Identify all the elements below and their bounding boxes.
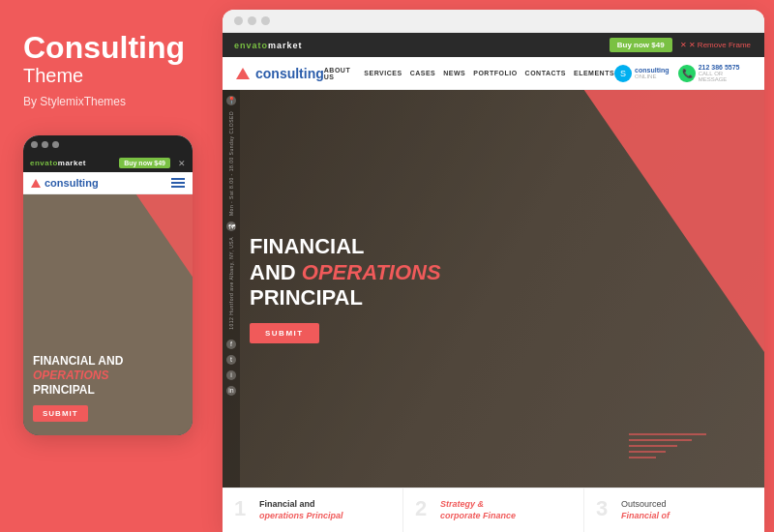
hero-title-italic: operations [302, 260, 441, 284]
instagram-icon[interactable]: i [226, 370, 236, 380]
hero-line-1 [629, 433, 706, 435]
left-panel: Consulting Theme By StylemixThemes envat… [0, 0, 223, 532]
card-1-line1: Financial and [259, 499, 315, 509]
card-1-number: 1 [234, 498, 252, 519]
card-2-number: 2 [415, 498, 432, 519]
mobile-nav: consulting [23, 172, 193, 194]
mobile-envato-logo: envatomarket [30, 159, 86, 167]
hero-line-2 [629, 439, 692, 441]
bottom-cards: 1 Financial and operations Principal 2 S… [223, 488, 764, 532]
twitter-icon[interactable]: t [226, 355, 236, 365]
envato-logo: envatomarket [234, 41, 303, 50]
mobile-site-logo: consulting [31, 177, 99, 189]
nav-about-us[interactable]: ABOUT US [324, 67, 357, 80]
mobile-close-icon[interactable]: ✕ [178, 159, 186, 168]
browser-chrome [223, 10, 764, 33]
mobile-dot-2 [42, 141, 48, 148]
mobile-mockup: envatomarket Buy now $49 ✕ consulting F [23, 135, 193, 435]
card-2-line1: Strategy & [440, 499, 484, 509]
hero-sidebar-address: 1012 Huntford ave Albany, NY, USA [228, 237, 234, 330]
card-3-line2: Financial of [621, 511, 670, 520]
hero-section: 📍 Mon - Sat 8.00 - 18.00 Sunday CLOSED 🗺… [223, 90, 764, 488]
site-logo: consulting [236, 66, 324, 81]
hero-submit-button[interactable]: SUBMIT [250, 322, 319, 342]
nav-services[interactable]: SERVICES [364, 70, 402, 76]
mobile-hero-title: FINANCIAL AND operations PRINCIPAL [33, 354, 183, 398]
hero-decorative-lines [629, 433, 706, 458]
mobile-browser-chrome [23, 135, 193, 154]
location-icon: 📍 [226, 96, 236, 105]
card-1-text: Financial and operations Principal [259, 498, 343, 522]
nav-contacts[interactable]: CONTACTS [525, 70, 566, 76]
hero-title: FINANCIAL AND operations PRINCIPAL [250, 234, 441, 310]
mobile-buy-button[interactable]: Buy now $49 [119, 158, 170, 168]
hero-sidebar-hours: Mon - Sat 8.00 - 18.00 Sunday CLOSED [228, 111, 234, 216]
phone-icon: 📞 [678, 65, 695, 82]
hero-line-4 [629, 451, 666, 453]
mobile-dot-1 [31, 141, 38, 148]
site-nav-links: ABOUT US SERVICES CASES NEWS PORTFOLIO C… [324, 67, 614, 80]
chrome-dot-1 [234, 16, 243, 25]
mobile-hero-triangle-icon [130, 194, 193, 291]
site-contact-info: S consulting ONLINE 📞 212 386 5575 CALL … [614, 64, 751, 82]
card-2-line2: corporate Finance [440, 511, 516, 520]
skype-label: consulting [635, 67, 669, 74]
mobile-envato-bar: envatomarket Buy now $49 ✕ [23, 154, 193, 172]
envato-buy-button[interactable]: Buy now $49 [610, 38, 672, 52]
chrome-dot-3 [261, 16, 270, 25]
hero-triangle-icon [571, 90, 764, 380]
card-1-line2: operations Principal [259, 511, 343, 520]
mobile-hero: FINANCIAL AND operations PRINCIPAL SUBMI… [23, 194, 193, 435]
bottom-card-1: 1 Financial and operations Principal [223, 488, 403, 532]
mobile-hero-content: FINANCIAL AND operations PRINCIPAL SUBMI… [33, 354, 183, 422]
linkedin-icon[interactable]: in [226, 386, 236, 396]
hero-line-5 [629, 457, 656, 458]
site-logo-triangle-icon [236, 68, 250, 79]
skype-sub: ONLINE [635, 74, 669, 79]
card-3-line1: Outsourced [621, 499, 667, 509]
phone-number: 212 386 5575 [699, 64, 751, 71]
right-panel: envatomarket Buy now $49 ✕✕ Remove Frame… [223, 10, 764, 532]
card-2-text: Strategy & corporate Finance [440, 498, 516, 522]
hero-title-and: AND [250, 260, 302, 284]
hero-content: FINANCIAL AND operations PRINCIPAL SUBMI… [250, 234, 441, 342]
nav-portfolio[interactable]: PORTFOLIO [473, 70, 517, 76]
chrome-dot-2 [248, 16, 256, 25]
skype-contact: S consulting ONLINE [614, 65, 669, 82]
bottom-card-3: 3 Outsourced Financial of [584, 488, 764, 532]
theme-author: By StylemixThemes [23, 95, 199, 108]
phone-sub: CALL OR MESSAGE [699, 71, 751, 82]
mobile-submit-button[interactable]: SUBMIT [33, 405, 88, 422]
envato-right-actions: Buy now $49 ✕✕ Remove Frame [610, 38, 753, 52]
mobile-dot-3 [52, 141, 59, 148]
nav-cases[interactable]: CASES [410, 70, 436, 76]
mobile-logo-triangle-icon [31, 179, 41, 188]
nav-news[interactable]: NEWS [443, 70, 465, 76]
theme-title: Consulting Theme [23, 31, 199, 95]
card-3-number: 3 [596, 498, 613, 519]
nav-elements[interactable]: ELEMENTS [574, 70, 614, 76]
skype-icon: S [614, 65, 632, 82]
hero-line-3 [629, 445, 677, 447]
envato-remove-button[interactable]: ✕✕ Remove Frame [680, 41, 753, 49]
bottom-card-2: 2 Strategy & corporate Finance [403, 488, 584, 532]
site-nav: consulting ABOUT US SERVICES CASES NEWS … [223, 57, 764, 90]
phone-contact: 📞 212 386 5575 CALL OR MESSAGE [678, 64, 751, 82]
card-3-text: Outsourced Financial of [621, 498, 670, 522]
envato-bar: envatomarket Buy now $49 ✕✕ Remove Frame [223, 33, 764, 57]
map-icon: 🗺 [226, 222, 236, 231]
mobile-hamburger-icon[interactable] [171, 178, 185, 188]
facebook-icon[interactable]: f [226, 340, 236, 349]
hero-sidebar-strip: 📍 Mon - Sat 8.00 - 18.00 Sunday CLOSED 🗺… [223, 90, 240, 488]
